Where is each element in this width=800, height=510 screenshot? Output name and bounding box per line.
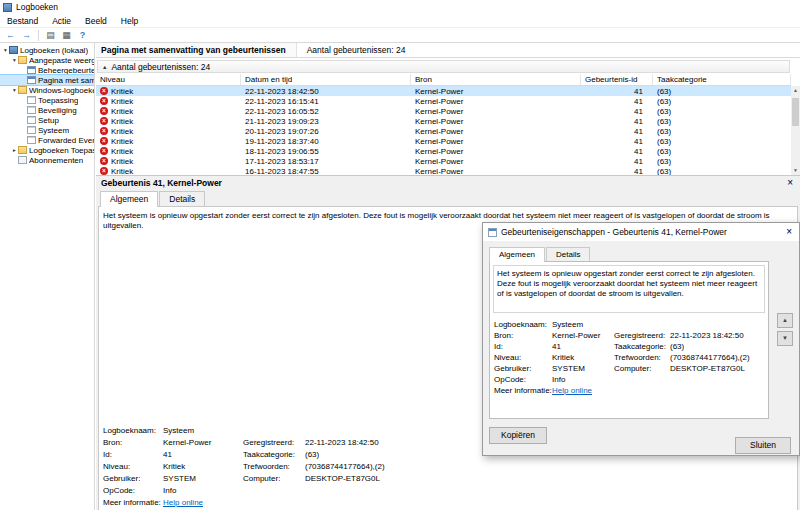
- event-id-cell: 41: [581, 127, 653, 136]
- show-console-tree-icon[interactable]: ▤: [44, 29, 57, 41]
- toolbar: ← → ▤ ▦ ?: [0, 27, 800, 43]
- menu-beeld[interactable]: Beeld: [78, 16, 114, 26]
- field-label: Niveau:: [103, 462, 163, 471]
- tree-item[interactable]: ▾Aangepaste weergaven: [0, 55, 94, 65]
- events-table-header: Niveau Datum en tijd Bron Gebeurtenis-id…: [96, 74, 791, 86]
- tree-item[interactable]: Pagina met samenvatting: [0, 75, 94, 85]
- event-datetime-cell: 22-11-2023 18:42:50: [241, 87, 411, 96]
- column-header-taakcategorie[interactable]: Taakcategorie: [653, 74, 791, 85]
- tree-item[interactable]: Abonnementen: [0, 155, 94, 165]
- event-row[interactable]: ×Kritiek22-11-2023 16:05:52Kernel-Power4…: [96, 106, 791, 116]
- event-row[interactable]: ×Kritiek17-11-2023 18:53:17Kernel-Power4…: [96, 156, 791, 166]
- scrollbar-thumb[interactable]: [792, 98, 799, 126]
- events-scrollbar[interactable]: ▲ ▼: [791, 86, 800, 175]
- dialog-tab-algemeen[interactable]: Algemeen: [489, 247, 545, 262]
- tab-details[interactable]: Details: [159, 191, 205, 206]
- event-level-cell: ×Kritiek: [96, 117, 241, 126]
- dialog-tabs: Algemeen Details: [483, 245, 799, 261]
- menubar: Bestand Actie Beeld Help: [0, 14, 800, 27]
- event-datetime-cell: 17-11-2023 18:53:17: [241, 157, 411, 166]
- help-online-link[interactable]: Help online: [552, 386, 614, 395]
- events-group-header[interactable]: ▲ Aantal gebeurtenissen: 24: [97, 60, 790, 73]
- tree-item[interactable]: Beheergebeurtenissen: [0, 65, 94, 75]
- event-row[interactable]: ×Kritiek22-11-2023 16:15:41Kernel-Power4…: [96, 96, 791, 106]
- copy-button[interactable]: Kopiëren: [489, 427, 547, 444]
- event-datetime-cell: 21-11-2023 19:09:23: [241, 117, 411, 126]
- previous-event-button[interactable]: ▲: [777, 313, 793, 328]
- event-category-cell: (63): [653, 157, 791, 166]
- menu-help[interactable]: Help: [114, 16, 145, 26]
- tree-item[interactable]: ▾Logboeken (lokaal): [0, 45, 94, 55]
- back-arrow-icon[interactable]: ←: [4, 29, 17, 41]
- summary-panel-header: Pagina met samenvatting van gebeurteniss…: [96, 43, 800, 58]
- tree-item[interactable]: Setup: [0, 115, 94, 125]
- field-value: 22-11-2023 18:42:50: [670, 331, 744, 340]
- field-value: Kernel-Power: [552, 331, 614, 340]
- critical-level-icon: ×: [100, 107, 108, 115]
- dialog-titlebar[interactable]: Gebeurteniseigenschappen - Gebeurtenis 4…: [483, 223, 799, 241]
- event-category-cell: (63): [653, 137, 791, 146]
- event-row[interactable]: ×Kritiek20-11-2023 19:07:26Kernel-Power4…: [96, 126, 791, 136]
- close-button[interactable]: Sluiten: [735, 437, 791, 454]
- event-source-cell: Kernel-Power: [411, 117, 581, 126]
- help-icon[interactable]: ?: [76, 29, 89, 41]
- dialog-close-icon[interactable]: ×: [784, 227, 794, 237]
- field-label: OpCode:: [494, 375, 552, 384]
- field-label: Taakcategorie:: [243, 450, 305, 459]
- tab-algemeen[interactable]: Algemeen: [100, 191, 158, 207]
- field-label: Trefwoorden:: [243, 462, 305, 471]
- sub-icon: [18, 156, 27, 164]
- event-id-cell: 41: [581, 107, 653, 116]
- field-value: (70368744177664),(2): [305, 462, 385, 471]
- tree-item-label: Aangepaste weergaven: [29, 56, 94, 65]
- event-id-cell: 41: [581, 157, 653, 166]
- event-row[interactable]: ×Kritiek18-11-2023 19:06:55Kernel-Power4…: [96, 146, 791, 156]
- tree-item[interactable]: Systeem: [0, 125, 94, 135]
- tree-item-label: Logboeken Toepassingen en: [29, 146, 94, 155]
- help-online-link[interactable]: Help online: [163, 498, 243, 507]
- column-header-gebeurtenis-id[interactable]: Gebeurtenis-id: [581, 74, 653, 85]
- tree-item[interactable]: Beveiliging: [0, 105, 94, 115]
- log-icon: [27, 116, 36, 124]
- expander-icon[interactable]: ▾: [2, 47, 9, 53]
- event-table-body: ×Kritiek22-11-2023 18:42:50Kernel-Power4…: [96, 86, 791, 176]
- event-level-text: Kritiek: [111, 127, 133, 136]
- events-count-label: Aantal gebeurtenissen: 24: [307, 45, 406, 55]
- expander-icon[interactable]: ▾: [11, 87, 18, 93]
- event-source-cell: Kernel-Power: [411, 97, 581, 106]
- forward-arrow-icon[interactable]: →: [20, 29, 33, 41]
- event-category-cell: (63): [653, 97, 791, 106]
- critical-level-icon: ×: [100, 167, 108, 175]
- event-row[interactable]: ×Kritiek22-11-2023 18:42:50Kernel-Power4…: [96, 86, 791, 96]
- scroll-down-icon[interactable]: ▼: [791, 166, 800, 175]
- folder-icon: [18, 86, 27, 94]
- tree-item[interactable]: Toepassing: [0, 95, 94, 105]
- expander-icon[interactable]: ▸: [11, 147, 18, 153]
- field-value: Systeem: [163, 426, 243, 435]
- event-row[interactable]: ×Kritiek19-11-2023 18:37:40Kernel-Power4…: [96, 136, 791, 146]
- expander-icon[interactable]: ▾: [11, 57, 18, 63]
- event-row[interactable]: ×Kritiek21-11-2023 19:09:23Kernel-Power4…: [96, 116, 791, 126]
- tree-item[interactable]: ▾Windows-logboeken: [0, 85, 94, 95]
- dialog-tab-details[interactable]: Details: [546, 247, 590, 261]
- tree-item[interactable]: ▸Logboeken Toepassingen en: [0, 145, 94, 155]
- column-header-bron[interactable]: Bron: [411, 74, 581, 85]
- column-header-datum[interactable]: Datum en tijd: [241, 74, 411, 85]
- field-label: Computer:: [614, 364, 670, 373]
- scroll-up-icon[interactable]: ▲: [791, 86, 800, 95]
- field-label: Gebruiker:: [494, 364, 552, 373]
- preview-close-icon[interactable]: ×: [785, 178, 795, 188]
- preview-tabs: Algemeen Details: [96, 190, 800, 206]
- next-event-button[interactable]: ▼: [777, 331, 793, 346]
- event-source-cell: Kernel-Power: [411, 127, 581, 136]
- menu-bestand[interactable]: Bestand: [0, 16, 45, 26]
- critical-level-icon: ×: [100, 147, 108, 155]
- tree-item[interactable]: Forwarded Events: [0, 135, 94, 145]
- field-label: Id:: [103, 450, 163, 459]
- properties-icon[interactable]: ▦: [60, 29, 73, 41]
- tree-item-label: Beheergebeurtenissen: [38, 66, 94, 75]
- menu-actie[interactable]: Actie: [45, 16, 78, 26]
- column-header-niveau[interactable]: Niveau: [96, 74, 241, 85]
- group-expander-icon[interactable]: ▲: [102, 64, 107, 70]
- dialog-general-tab-content: Het systeem is opnieuw opgestart zonder …: [489, 261, 769, 419]
